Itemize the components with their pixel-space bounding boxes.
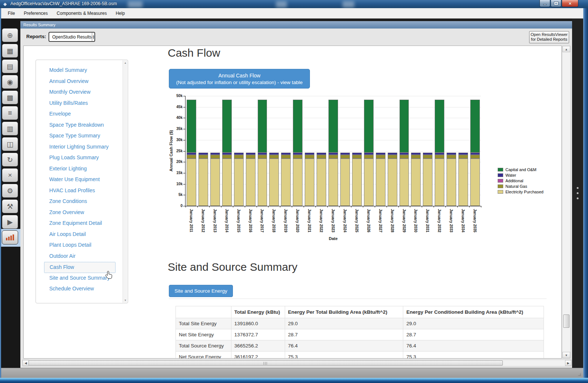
x-tick-label: January 2014 <box>224 209 229 232</box>
vertical-tab-bar: ⊕▦▤◉▩≡▥◫↻×⚙⚒▶ <box>0 19 20 378</box>
open-resultsviewer-button[interactable]: Open ResultsViewer for Detailed Reports <box>529 31 569 43</box>
bar-segment-electricity-purchased <box>281 159 291 206</box>
reports-label: Reports: <box>26 34 46 39</box>
scroll-right-icon[interactable]: ▶ <box>565 360 571 366</box>
sidebar-tab-space-types[interactable]: ▩ <box>0 90 20 105</box>
y-tick-mark <box>183 140 185 140</box>
x-tick-label: January 2029 <box>402 209 406 232</box>
nav-item-interior-lighting-summary[interactable]: Interior Lighting Summary <box>36 142 122 153</box>
table-cell: 3665256.2 <box>231 340 285 352</box>
bar-segment-electricity-purchased <box>269 159 279 206</box>
nav-item-plant-loops-detail[interactable]: Plant Loops Detail <box>36 240 122 251</box>
menu-item-preferences[interactable]: Preferences <box>20 9 51 17</box>
nav-item-annual-overview[interactable]: Annual Overview <box>36 76 122 87</box>
sidebar-tab-geometry[interactable]: ≡ <box>0 106 20 121</box>
maximize-button[interactable] <box>551 0 561 7</box>
right-panel-splitter[interactable] <box>572 19 583 378</box>
nav-item-zone-overview[interactable]: Zone Overview <box>36 207 122 219</box>
sidebar-tab-spaces[interactable]: ◫ <box>0 137 20 152</box>
bar-segment-electricity-purchased <box>376 159 385 206</box>
scroll-down-icon[interactable]: ▼ <box>562 352 570 358</box>
nav-item-model-summary[interactable]: Model Summary <box>36 65 122 76</box>
table-header-cell: Total Energy (kBtu) <box>231 306 285 318</box>
chart-y-axis-label: Annual Cash Flow ($) <box>169 130 173 171</box>
sidebar-tab-loads[interactable]: ◉ <box>0 75 20 90</box>
resize-grip-icon[interactable] <box>577 372 582 377</box>
sidebar-tab-results-summary[interactable] <box>0 230 20 245</box>
nav-item-space-type-summary[interactable]: Space Type Summary <box>36 131 122 142</box>
sidebar-tab-constructions[interactable]: ▤ <box>0 59 20 74</box>
x-tick-label: January 2020 <box>295 209 300 232</box>
status-bar <box>1 368 583 378</box>
bar-segment-natural-gas <box>305 155 314 159</box>
bar-segment-electricity-purchased <box>352 159 362 206</box>
horizontal-scroll-thumb[interactable] <box>29 360 503 366</box>
site-icon: ⊕ <box>2 28 18 42</box>
x-tick-mark <box>339 206 340 207</box>
legend-item-additional: Additional <box>498 178 544 183</box>
nav-scrollbar[interactable]: ▲ ▼ <box>123 60 127 303</box>
site-source-energy-tab[interactable]: Site and Source Energy <box>169 285 233 297</box>
sidebar-tab-simulation-settings[interactable]: ⚙ <box>0 184 20 199</box>
vertical-scroll-thumb[interactable] <box>563 314 569 328</box>
nav-item-zone-conditions[interactable]: Zone Conditions <box>36 196 122 207</box>
report-select[interactable]: OpenStudio Results ▲▼ <box>49 32 95 42</box>
x-tick-label: January 2023 <box>331 209 335 232</box>
scroll-up-icon[interactable]: ▲ <box>562 46 570 52</box>
x-tick-label: January 2025 <box>354 209 359 232</box>
bar-segment-water <box>281 153 291 155</box>
nav-item-space-type-breakdown[interactable]: Space Type Breakdown <box>36 120 122 131</box>
nav-item-exterior-lighting[interactable]: Exterior Lighting <box>36 164 122 175</box>
close-button[interactable]: × <box>562 0 578 7</box>
bar-segment-water <box>470 153 480 155</box>
nav-item-zone-equipment-detail[interactable]: Zone Equipment Detail <box>36 218 122 229</box>
scroll-up-icon[interactable]: ▲ <box>123 60 128 65</box>
sidebar-tab-facility[interactable]: ▥ <box>0 121 20 136</box>
site-source-table: Total Energy (kBtu)Energy Per Total Buil… <box>176 306 544 359</box>
menu-item-components-measures[interactable]: Components & Measures <box>53 9 110 17</box>
sidebar-tab-hvac-systems[interactable]: ↻ <box>0 153 20 167</box>
gridline <box>186 140 481 140</box>
scroll-down-icon[interactable]: ▼ <box>123 298 128 303</box>
y-tick-label: 35k <box>168 127 183 131</box>
bar-segment-electricity-purchased <box>293 159 303 206</box>
facility-icon: ▥ <box>2 121 18 136</box>
legend-swatch <box>498 168 503 171</box>
x-tick-mark <box>434 206 434 207</box>
sidebar-tab-site[interactable]: ⊕ <box>0 28 20 43</box>
bar-segment-electricity-purchased <box>388 159 397 206</box>
menu-item-file[interactable]: File <box>4 9 19 17</box>
sidebar-tab-measures[interactable]: ⚒ <box>0 199 20 214</box>
vertical-scrollbar[interactable]: ▲ ▼ <box>562 46 571 359</box>
sidebar-tab-run-simulation[interactable]: ▶ <box>0 215 20 230</box>
results-summary-tab[interactable]: Results Summary <box>20 21 572 29</box>
minimize-button[interactable] <box>539 0 550 7</box>
nav-item-air-loops-detail[interactable]: Air Loops Detail <box>36 229 122 240</box>
x-tick-mark <box>351 206 351 207</box>
sidebar-tab-output-variables[interactable]: × <box>0 168 20 183</box>
sidebar-tab-schedules[interactable]: ▦ <box>0 44 20 59</box>
scroll-left-icon[interactable]: ◀ <box>23 360 29 366</box>
horizontal-scrollbar[interactable]: ◀ ▶ <box>22 360 572 366</box>
table-cell: 1376372.7 <box>231 329 285 340</box>
nav-item-monthly-overview[interactable]: Monthly Overview <box>36 87 122 98</box>
window-border-left <box>0 8 1 383</box>
bar-segment-natural-gas <box>293 155 303 159</box>
spinner-icon[interactable]: ▲▼ <box>92 33 95 41</box>
nav-item-outdoor-air[interactable]: Outdoor Air <box>36 251 122 262</box>
bar-segment-natural-gas <box>281 155 291 159</box>
nav-item-hvac-load-profiles[interactable]: HVAC Load Profiles <box>36 186 122 197</box>
nav-item-utility-bills-rates[interactable]: Utility Bills/Rates <box>36 98 122 109</box>
bar-segment-electricity-purchased <box>234 159 244 206</box>
nav-item-water-use-equipment[interactable]: Water Use Equipment <box>36 174 122 186</box>
nav-item-plug-loads-summary[interactable]: Plug Loads Summary <box>36 153 122 164</box>
window-border-bottom <box>0 378 588 383</box>
menu-item-help[interactable]: Help <box>112 9 128 17</box>
x-tick-label: January 2032 <box>437 209 441 232</box>
annual-cash-flow-button[interactable]: Annual Cash Flow (Not adjusted for infla… <box>169 69 310 89</box>
bar-segment-electricity-purchased <box>328 159 338 206</box>
table-row-net-site-energy: Net Site Energy1376372.728.728.7 <box>176 329 544 340</box>
nav-item-envelope[interactable]: Envelope <box>36 109 122 120</box>
nav-item-schedule-overview[interactable]: Schedule Overview <box>36 284 122 295</box>
x-tick-label: January 2031 <box>425 209 430 232</box>
